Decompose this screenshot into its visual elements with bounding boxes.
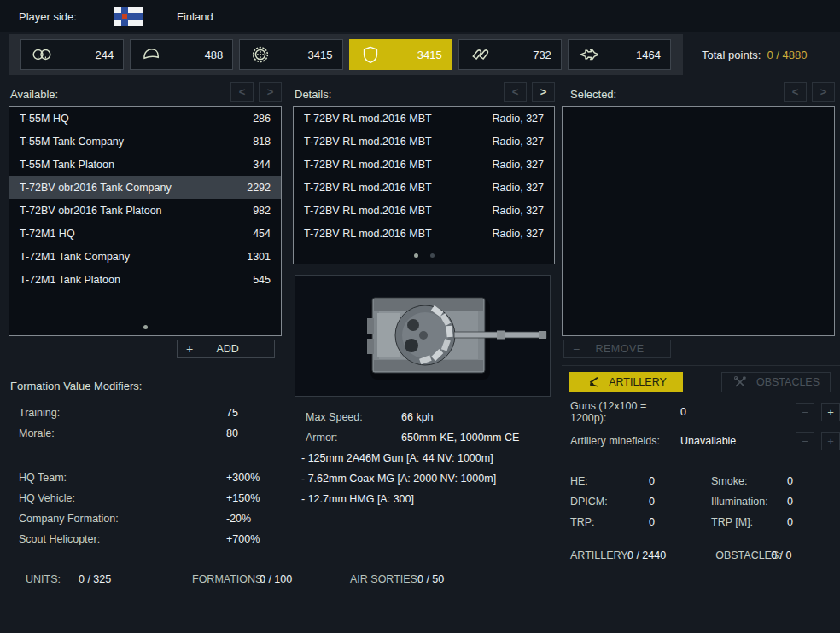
available-list-item[interactable]: T-55M Tank Platoon 344 [9, 153, 281, 176]
air-sorties-value: 0 / 50 [417, 573, 444, 585]
modifier-value: +700% [226, 533, 260, 545]
obstacles-total-label: OBSTACLES: [715, 549, 771, 561]
minefields-increase-button[interactable] [821, 432, 840, 450]
total-points-label: Total points: [702, 49, 761, 61]
binoculars-icon [31, 44, 53, 65]
modifier-label: HQ Vehicle: [19, 492, 226, 504]
he-value: 0 [649, 471, 711, 491]
unit-name: T-72BV RL mod.2016 MBT [304, 136, 432, 148]
unit-points: 818 [253, 136, 271, 148]
available-list-item[interactable]: T-72M1 Tank Company 1301 [9, 245, 281, 268]
unit-points: 545 [253, 274, 271, 286]
details-list-item[interactable]: T-72BV RL mod.2016 MBT Radio, 327 [294, 199, 554, 222]
unit-points: 982 [253, 205, 271, 217]
modifier-value: 75 [226, 407, 238, 419]
category-air[interactable]: 1464 [568, 39, 671, 70]
unit-name: T-72BV obr2016 Tank Platoon [20, 205, 162, 217]
category-bar: 244 488 3415 3415 [9, 34, 683, 75]
available-list-item[interactable]: T-55M HQ 286 [9, 107, 281, 130]
details-list-item[interactable]: T-72BV RL mod.2016 MBT Radio, 327 [294, 130, 554, 153]
details-list-item[interactable]: T-72BV RL mod.2016 MBT Radio, 327 [294, 107, 554, 130]
available-list-item[interactable]: T-55M Tank Company 818 [9, 130, 281, 153]
guns-value: 0 [680, 406, 686, 418]
minefields-value: Unavailable [680, 435, 736, 447]
available-list-item[interactable]: T-72M1 Tank Platoon 545 [9, 268, 281, 291]
modifier-value: +300% [226, 472, 260, 484]
available-list-item[interactable]: T-72BV obr2016 Tank Company 2292 [9, 176, 281, 199]
details-next-button[interactable] [532, 82, 555, 102]
available-list-item[interactable]: T-72BV obr2016 Tank Platoon 982 [9, 199, 281, 222]
illumination-value: 0 [787, 491, 840, 512]
unit-points: 286 [253, 113, 271, 125]
tab-artillery[interactable]: ARTILLERY [569, 372, 683, 392]
modifier-label: Scout Helicopter: [19, 533, 226, 545]
category-armor[interactable]: 3415 [349, 39, 452, 70]
category-support-weapons[interactable]: 732 [458, 39, 562, 70]
available-next-button[interactable] [259, 82, 282, 102]
tab-obstacles[interactable]: OBSTACLES [721, 372, 831, 392]
player-side-bar: Player side: Finland [0, 0, 840, 32]
guns-decrease-button[interactable] [796, 403, 814, 421]
modifier-label: HQ Team: [19, 472, 226, 484]
unit-name: T-72BV RL mod.2016 MBT [304, 228, 432, 240]
modifier-row: Company Formation: -20% [9, 508, 282, 529]
support-section: ARTILLERY OBSTACLES Guns (12x100 = 1200p… [562, 365, 840, 565]
trp-m-value: 0 [787, 512, 840, 532]
details-prev-button[interactable] [504, 82, 527, 102]
unit-name: T-72BV RL mod.2016 MBT [304, 205, 432, 217]
unit-name: T-72BV RL mod.2016 MBT [304, 182, 432, 194]
unit-points: 2292 [247, 182, 271, 194]
unit-info: Radio, 327 [493, 228, 544, 240]
add-button-label: ADD [193, 343, 274, 355]
selected-prev-button[interactable] [784, 82, 807, 102]
unit-info: Radio, 327 [493, 159, 544, 171]
modifier-label: Company Formation: [19, 513, 226, 525]
armor-label: Armor: [306, 432, 401, 444]
modifier-row: Morale: 80 [9, 423, 282, 444]
guns-increase-button[interactable] [821, 403, 840, 421]
max-speed-label: Max Speed: [306, 411, 401, 423]
formations-label: FORMATIONS: [192, 573, 265, 585]
obstacles-total-value: 0 / 0 [771, 549, 791, 561]
category-points: 488 [205, 49, 224, 61]
selected-list [562, 106, 835, 336]
unit-name: T-72M1 Tank Company [20, 251, 130, 263]
artillery-total-label: ARTILLERY: [570, 549, 627, 561]
available-list-item[interactable]: T-72M1 HQ 454 [9, 222, 281, 245]
details-list-item[interactable]: T-72BV RL mod.2016 MBT Radio, 327 [294, 222, 554, 245]
weapon-line: - 7.62mm Coax MG [A: 2000 NV: 1000m] [293, 468, 555, 489]
player-side-label: Player side: [19, 10, 77, 23]
units-label: UNITS: [26, 573, 61, 585]
details-list-item[interactable]: T-72BV RL mod.2016 MBT Radio, 327 [294, 176, 554, 199]
shells-icon [469, 44, 491, 65]
remove-button[interactable]: REMOVE [563, 340, 671, 358]
modifiers-list: Training: 75 Morale: 80 HQ Team: +300% H… [9, 403, 282, 549]
details-list-item[interactable]: T-72BV RL mod.2016 MBT Radio, 327 [294, 153, 554, 176]
category-wheeled[interactable]: 3415 [239, 39, 342, 70]
available-title: Available: [9, 88, 58, 101]
helmet-icon [140, 44, 162, 65]
modifier-row: HQ Team: +300% [9, 467, 282, 488]
support-totals: ARTILLERY: 0 / 2440 OBSTACLES: 0 / 0 [562, 546, 840, 565]
unit-name: T-55M Tank Platoon [20, 159, 114, 171]
tab-obstacles-label: OBSTACLES [756, 376, 820, 388]
modifier-row: Training: 75 [9, 403, 282, 423]
trp-m-label: TRP [M]: [711, 512, 787, 532]
dpicm-label: DPICM: [570, 491, 649, 512]
unit-name: T-72M1 HQ [20, 228, 75, 240]
category-recon[interactable]: 244 [20, 39, 124, 70]
modifier-value: 80 [226, 427, 238, 439]
selected-next-button[interactable] [812, 82, 835, 102]
jet-icon [578, 44, 600, 65]
available-prev-button[interactable] [230, 82, 254, 102]
modifier-label: Morale: [19, 427, 226, 439]
modifier-row: Scout Helicopter: +700% [9, 529, 282, 549]
unit-name: T-72BV RL mod.2016 MBT [304, 159, 432, 171]
minefields-decrease-button[interactable] [796, 432, 814, 450]
details-list: T-72BV RL mod.2016 MBT Radio, 327 T-72BV… [293, 106, 555, 264]
max-speed-value: 66 kph [401, 411, 434, 423]
he-label: HE: [570, 471, 649, 491]
add-button[interactable]: ADD [177, 340, 275, 358]
category-infantry[interactable]: 488 [130, 39, 233, 70]
details-title: Details: [293, 88, 331, 101]
